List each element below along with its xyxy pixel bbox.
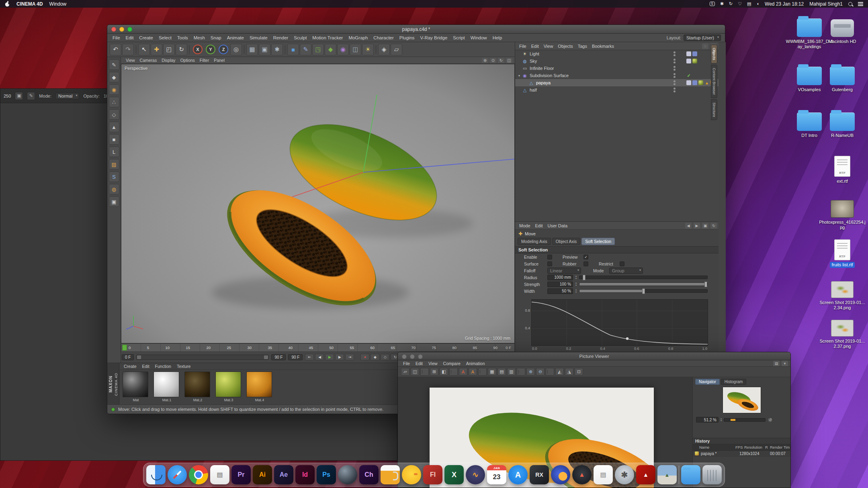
icon-gutenberg[interactable]: Gutenberg <box>817 63 868 93</box>
status-icon-4[interactable]: ▤ <box>747 2 751 6</box>
y-axis-lock[interactable]: Y <box>206 45 215 54</box>
compare-ab-icon[interactable]: ◧ <box>440 368 448 376</box>
pen-tool-icon[interactable]: ✎ <box>109 59 119 70</box>
lock-icon[interactable]: ▣ <box>702 223 708 229</box>
preview-dock-icon[interactable]: ▲ <box>657 465 677 484</box>
strength-slider[interactable] <box>579 282 708 286</box>
col-render-time[interactable]: Render Tim <box>770 445 790 449</box>
close-button[interactable] <box>402 354 407 359</box>
visibility-dots[interactable] <box>674 88 676 92</box>
search-icon[interactable]: ◌ <box>702 43 708 49</box>
zoom-slider[interactable] <box>724 418 766 422</box>
object-infinite-floor[interactable]: ▭ Infinite Floor <box>515 65 719 72</box>
goto-end-button[interactable]: ⇥ <box>345 354 354 360</box>
premiere-dock-icon[interactable]: Pr <box>231 465 251 484</box>
zoom-in-icon[interactable]: ⊕ <box>526 368 535 376</box>
dock-panel-icon[interactable]: ▤ <box>773 361 780 366</box>
strength-stepper[interactable]: ▴▾ <box>575 282 577 286</box>
edges-mode-icon[interactable]: ◇ <box>109 109 119 120</box>
om-menu-item[interactable]: Edit <box>529 44 541 49</box>
notification-center-icon[interactable] <box>858 2 863 6</box>
panel-icon-2[interactable]: ✎ <box>27 92 35 100</box>
cinema4d-dock-icon[interactable] <box>338 465 357 484</box>
pv-menu-item[interactable]: File <box>400 361 413 366</box>
prev-key-button[interactable]: ◀ <box>315 354 324 360</box>
preview-checkbox[interactable] <box>583 255 588 259</box>
menu-item[interactable]: Snap <box>208 35 224 40</box>
open-icon[interactable]: ▱ <box>401 368 409 376</box>
x-axis-lock[interactable]: X <box>193 45 203 54</box>
phong-tag[interactable] <box>686 51 691 56</box>
viewport[interactable]: Perspective Grid Spacing : 1000 mm <box>121 64 515 343</box>
menu-item[interactable]: Edit <box>123 35 137 40</box>
appstore-dock-icon[interactable]: A <box>508 465 528 484</box>
coord-system-icon[interactable]: ◎ <box>230 44 242 55</box>
texg-tag[interactable] <box>692 59 697 63</box>
character-animator-dock-icon[interactable]: Ch <box>359 465 379 484</box>
side-tab[interactable]: Structure <box>711 99 717 120</box>
menu-item[interactable]: Sculpt <box>291 35 309 40</box>
material-menu-item[interactable]: Texture <box>174 364 193 369</box>
layout-rows-icon[interactable]: ▤ <box>497 368 506 376</box>
texture-mode-icon[interactable]: ▨ <box>109 159 119 169</box>
pv-menu-item[interactable]: View <box>426 361 440 366</box>
range-end-field[interactable]: 90 F <box>288 354 303 360</box>
om-menu-item[interactable]: Objects <box>555 44 575 49</box>
excel-dock-icon[interactable]: X <box>444 465 464 484</box>
key-scale-button[interactable]: ◇ <box>381 354 389 360</box>
current-frame-field[interactable]: 0 F <box>502 345 514 350</box>
material-menu-item[interactable]: Create <box>121 364 139 369</box>
points-mode-icon[interactable]: ∴ <box>109 97 119 107</box>
object-name[interactable]: Subdivision Surface <box>530 73 569 78</box>
side-tab[interactable]: Content Browser <box>711 65 717 98</box>
record-button[interactable]: ● <box>360 354 369 360</box>
strength-field[interactable]: 100 % <box>547 282 573 287</box>
visibility-dots[interactable] <box>674 66 676 71</box>
add-camera-icon[interactable]: ◫ <box>350 44 361 55</box>
forward-icon[interactable]: ▶ <box>694 223 700 229</box>
zoom-stepper[interactable]: ▴▾ <box>721 418 722 422</box>
width-stepper[interactable]: ▴▾ <box>575 289 577 293</box>
prev-image-icon[interactable]: ◭ <box>555 368 564 376</box>
check-tag[interactable] <box>686 73 691 78</box>
menubar-menu-item[interactable]: Window <box>49 1 67 7</box>
finder-dock-icon[interactable] <box>146 465 166 484</box>
end-frame-field[interactable]: 90 F <box>271 354 286 360</box>
lock-workplane-icon[interactable]: ▣ <box>109 196 119 207</box>
goto-start-button[interactable]: ⇤ <box>305 354 314 360</box>
minimize-button[interactable] <box>119 27 124 32</box>
falloff-curve[interactable]: 0.8 0.4 <box>531 299 708 346</box>
object-subdivision-surface[interactable]: ▾ ◉ Subdivision Surface <box>515 72 719 79</box>
navigator-thumbnail[interactable] <box>723 387 761 413</box>
material-menu-item[interactable]: Edit <box>139 364 152 369</box>
menu-item[interactable]: MoGraph <box>346 35 371 40</box>
menu-item[interactable]: Simulate <box>247 35 270 40</box>
add-mograph-icon[interactable]: ◆ <box>325 44 336 55</box>
rocket-dock-icon[interactable]: ▲ <box>572 465 592 484</box>
radius-field[interactable]: 1000 mm <box>547 275 573 280</box>
brush-tool-icon[interactable]: ◉ <box>109 84 119 95</box>
indesign-dock-icon[interactable]: Id <box>295 465 315 484</box>
menu-item[interactable]: V-Ray Bridge <box>418 35 450 40</box>
width-field[interactable]: 50 % <box>547 288 573 294</box>
menu-item[interactable]: Tools <box>174 35 191 40</box>
warn-tag[interactable] <box>704 80 709 85</box>
notes-dock-icon[interactable]: ▤ <box>594 465 613 484</box>
falloff-dropdown[interactable]: Linear <box>547 267 581 274</box>
axis-mode-icon[interactable]: L <box>109 147 119 157</box>
render-settings-icon[interactable]: ✱ <box>271 44 283 55</box>
material-1[interactable]: Mat <box>123 372 149 402</box>
material-5[interactable]: Mat.4 <box>246 372 273 402</box>
play-button[interactable]: ▶ <box>325 354 334 360</box>
section-header[interactable]: Soft Selection <box>515 246 719 253</box>
om-menu-item[interactable]: View <box>541 44 556 49</box>
side-tab[interactable]: Objects <box>711 45 717 63</box>
undo-icon[interactable]: ↶ <box>110 44 121 55</box>
om-menu-item[interactable]: File <box>517 44 529 49</box>
flash-dock-icon[interactable]: Fl <box>423 465 442 484</box>
spotlight-icon[interactable] <box>848 2 852 6</box>
object-papaya[interactable]: △ papaya <box>515 79 719 86</box>
menu-item[interactable]: Window <box>468 35 490 40</box>
pv-tab[interactable]: Navigator <box>695 379 720 385</box>
start-frame-field[interactable]: 0 F <box>122 354 134 360</box>
